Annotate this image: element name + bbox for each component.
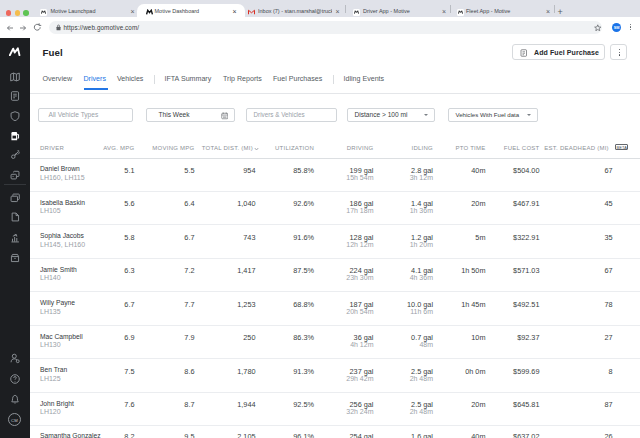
- svg-text:BETA: BETA: [616, 145, 627, 150]
